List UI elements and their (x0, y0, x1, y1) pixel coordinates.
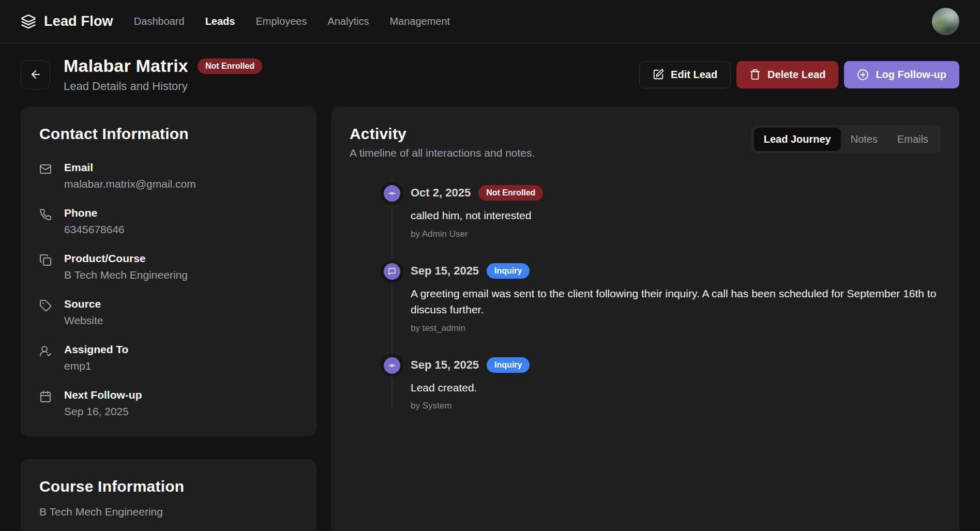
nav-item-dashboard[interactable]: Dashboard (134, 16, 185, 27)
circle-plus-icon (857, 69, 869, 81)
edit-lead-button[interactable]: Edit Lead (639, 61, 731, 88)
delete-lead-label: Delete Lead (767, 69, 825, 81)
book-copy-icon (39, 254, 52, 281)
field-label: Phone (64, 207, 125, 219)
entry-text: Lead created. (411, 380, 941, 396)
contact-field-assigned-to: Assigned Toemp1 (39, 343, 298, 372)
contact-field-next-follow-up: Next Follow-upSep 16, 2025 (39, 389, 298, 418)
contact-field-product-course: Product/CourseB Tech Mech Engineering (39, 252, 298, 281)
contact-field-source: SourceWebsite (39, 298, 298, 327)
contact-card-title: Contact Information (39, 125, 298, 143)
layers-icon (21, 14, 36, 29)
activity-subtitle: A timeline of all interactions and notes… (350, 147, 535, 159)
back-button[interactable] (21, 60, 50, 89)
entry-author: by System (411, 401, 941, 411)
trash-icon (749, 69, 761, 80)
field-label: Assigned To (64, 343, 128, 356)
edit-lead-label: Edit Lead (671, 69, 717, 81)
timeline-entry: Oct 2, 2025Not Enrolledcalled him, not i… (384, 185, 941, 239)
nav-item-management[interactable]: Management (389, 16, 450, 27)
entry-text: called him, not interested (411, 207, 941, 224)
entry-date: Oct 2, 2025 (411, 186, 471, 200)
lead-page-header: Malabar Matrix Not Enrolled Lead Details… (0, 43, 980, 93)
field-value: B Tech Mech Engineering (64, 269, 188, 281)
header-actions: Edit Lead Delete Lead Log Follow-up (639, 61, 959, 88)
tag-icon (39, 299, 52, 327)
course-name: B Tech Mech Engineering (39, 506, 298, 518)
calendar-icon (39, 390, 52, 418)
git-commit-icon (384, 185, 400, 202)
entry-date: Sep 15, 2025 (411, 358, 479, 372)
nav-item-leads[interactable]: Leads (205, 16, 235, 27)
field-label: Source (64, 298, 103, 310)
tab-emails[interactable]: Emails (887, 128, 938, 151)
course-information-card: Course Information B Tech Mech Engineeri… (21, 459, 316, 531)
entry-author: by test_admin (411, 323, 941, 333)
field-value: 6345678646 (64, 223, 125, 236)
field-label: Product/Course (64, 252, 188, 265)
brand-name: Lead Flow (44, 13, 113, 29)
field-label: Email (64, 161, 196, 174)
log-followup-button[interactable]: Log Follow-up (844, 61, 959, 88)
activity-tabs: Lead Journey Notes Emails (751, 125, 941, 154)
contact-information-card: Contact Information Emailmalabar.matrix@… (21, 107, 316, 436)
timeline-entry: Sep 15, 2025InquiryLead created.by Syste… (384, 357, 941, 412)
app-logo[interactable]: Lead Flow (21, 13, 113, 29)
message-square-icon (384, 263, 400, 280)
user-avatar[interactable] (932, 8, 959, 35)
field-value: emp1 (64, 360, 128, 372)
nav-item-employees[interactable]: Employees (255, 16, 307, 27)
entry-status-badge: Inquiry (487, 357, 530, 373)
nav-item-analytics[interactable]: Analytics (327, 16, 369, 27)
activity-title: Activity (350, 125, 535, 143)
contact-fields: Emailmalabar.matrix@gmail.comPhone634567… (39, 161, 298, 418)
entry-author: by Admin User (411, 229, 941, 239)
field-label: Next Follow-up (64, 389, 142, 401)
field-value: Website (64, 314, 103, 327)
entry-status-badge: Inquiry (487, 263, 530, 279)
user-check-icon (39, 345, 52, 372)
mail-icon (39, 163, 52, 190)
git-commit-icon (384, 357, 400, 374)
status-badge: Not Enrolled (198, 58, 262, 74)
page-subtitle: Lead Details and History (64, 80, 262, 93)
tab-notes[interactable]: Notes (841, 128, 887, 151)
course-card-title: Course Information (39, 478, 298, 495)
square-pen-icon (653, 69, 664, 80)
entry-status-badge: Not Enrolled (478, 185, 543, 201)
activity-card: Activity A timeline of all interactions … (331, 107, 959, 531)
log-followup-label: Log Follow-up (876, 69, 946, 81)
field-value: Sep 16, 2025 (64, 405, 142, 418)
arrow-left-icon (29, 68, 42, 81)
main-content: Contact Information Emailmalabar.matrix@… (0, 93, 980, 531)
main-nav: Dashboard Leads Employees Analytics Mana… (134, 16, 450, 27)
tab-lead-journey[interactable]: Lead Journey (754, 128, 841, 151)
field-value: malabar.matrix@gmail.com (64, 178, 196, 190)
delete-lead-button[interactable]: Delete Lead (736, 61, 838, 88)
phone-icon (39, 208, 52, 236)
entry-text: A greeting email was sent to the client … (411, 285, 941, 318)
lead-journey-timeline: Oct 2, 2025Not Enrolledcalled him, not i… (384, 185, 941, 411)
page-title: Malabar Matrix (64, 56, 188, 76)
contact-field-phone: Phone6345678646 (39, 207, 298, 236)
entry-date: Sep 15, 2025 (411, 264, 479, 278)
timeline-entry: Sep 15, 2025InquiryA greeting email was … (384, 263, 941, 333)
contact-field-email: Emailmalabar.matrix@gmail.com (39, 161, 298, 190)
top-navbar: Lead Flow Dashboard Leads Employees Anal… (0, 0, 980, 43)
